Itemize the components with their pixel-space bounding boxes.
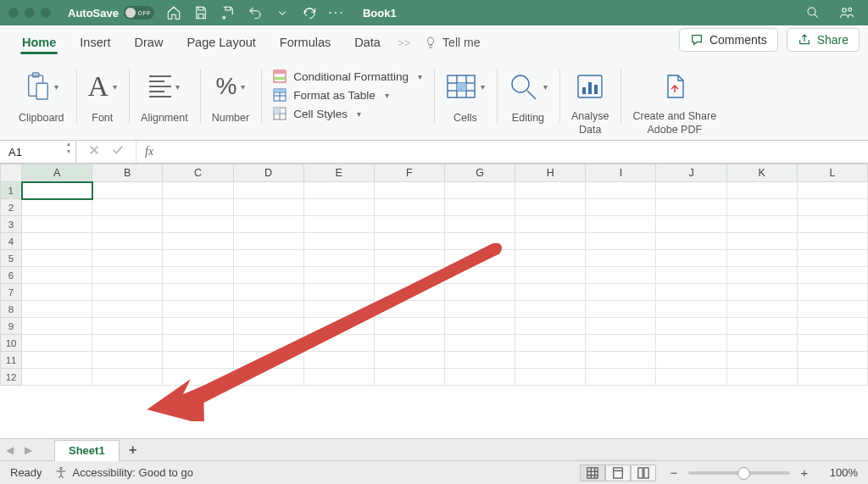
cell[interactable] — [303, 250, 374, 267]
cell[interactable] — [656, 352, 726, 369]
cell[interactable] — [233, 250, 303, 267]
tab-data[interactable]: Data — [342, 29, 392, 58]
cell[interactable] — [163, 352, 233, 369]
chevron-down-icon[interactable]: ▾ — [418, 72, 422, 81]
paste-button[interactable]: ▾ — [25, 66, 58, 107]
cell[interactable] — [586, 284, 656, 301]
cell[interactable] — [726, 369, 797, 386]
column-header[interactable]: F — [374, 164, 444, 182]
cell[interactable] — [303, 233, 374, 250]
column-header[interactable]: B — [92, 164, 163, 182]
close-window-icon[interactable] — [8, 8, 19, 18]
cell[interactable] — [515, 335, 586, 352]
zoom-in-button[interactable]: + — [798, 465, 810, 480]
cell[interactable] — [515, 233, 586, 250]
more-icon[interactable]: ··· — [329, 5, 344, 20]
name-box[interactable]: A1 ▴▾ — [0, 141, 76, 163]
add-sheet-button[interactable]: + — [120, 442, 147, 458]
search-icon[interactable] — [805, 5, 821, 20]
cell[interactable] — [22, 369, 92, 386]
comments-button[interactable]: Comments — [679, 28, 778, 52]
column-header[interactable]: H — [515, 164, 586, 182]
row-header[interactable]: 9 — [1, 318, 22, 335]
cell[interactable] — [586, 301, 656, 318]
cell[interactable] — [586, 318, 656, 335]
cell[interactable] — [797, 199, 867, 216]
cancel-formula-icon[interactable] — [88, 144, 100, 159]
cell[interactable] — [656, 318, 726, 335]
cell[interactable] — [233, 216, 303, 233]
cell[interactable] — [797, 267, 867, 284]
row-header[interactable]: 7 — [1, 284, 22, 301]
cell[interactable] — [726, 267, 797, 284]
cell[interactable] — [656, 284, 726, 301]
cell[interactable] — [303, 216, 374, 233]
cell[interactable] — [233, 352, 303, 369]
cell[interactable] — [22, 216, 92, 233]
cell[interactable] — [303, 199, 374, 216]
cell[interactable] — [374, 216, 444, 233]
row-header[interactable]: 3 — [1, 216, 22, 233]
cell[interactable] — [303, 284, 374, 301]
cell[interactable] — [444, 335, 515, 352]
cell-styles-button[interactable]: Cell Styles ▾ — [273, 107, 422, 120]
chevron-down-icon[interactable]: ▾ — [543, 82, 548, 92]
cell[interactable] — [374, 301, 444, 318]
cell[interactable] — [797, 352, 867, 369]
cell[interactable] — [586, 216, 656, 233]
sheet-nav-next[interactable]: ▶ — [19, 444, 37, 456]
zoom-control[interactable]: − + 100% — [668, 465, 858, 480]
column-header[interactable]: D — [233, 164, 303, 182]
cell[interactable] — [444, 233, 515, 250]
cell[interactable] — [233, 267, 303, 284]
cell[interactable] — [22, 182, 92, 199]
cell[interactable] — [303, 352, 374, 369]
cell[interactable] — [92, 301, 163, 318]
save-icon[interactable] — [193, 5, 209, 20]
cell[interactable] — [726, 318, 797, 335]
cell[interactable] — [656, 301, 726, 318]
row-header[interactable]: 5 — [1, 250, 22, 267]
cell[interactable] — [163, 182, 233, 199]
cell[interactable] — [444, 250, 515, 267]
more-tabs-icon[interactable]: >> — [392, 30, 415, 58]
cell[interactable] — [22, 301, 92, 318]
home-icon[interactable] — [166, 5, 181, 20]
page-layout-view-button[interactable] — [605, 465, 631, 481]
column-header[interactable]: I — [586, 164, 656, 182]
cell[interactable] — [22, 284, 92, 301]
cell[interactable] — [233, 335, 303, 352]
cell[interactable] — [515, 352, 586, 369]
chevron-down-icon[interactable]: ▾ — [175, 82, 180, 92]
cell[interactable] — [92, 199, 163, 216]
fullscreen-window-icon[interactable] — [41, 8, 51, 18]
cell[interactable] — [797, 284, 867, 301]
page-break-view-button[interactable] — [631, 465, 656, 481]
cell[interactable] — [515, 284, 586, 301]
number-button[interactable]: % ▾ — [215, 66, 245, 107]
cell[interactable] — [303, 318, 374, 335]
cell[interactable] — [515, 216, 586, 233]
cell[interactable] — [233, 318, 303, 335]
cell[interactable] — [374, 182, 444, 199]
cell[interactable] — [233, 182, 303, 199]
cell[interactable] — [163, 284, 233, 301]
cell[interactable] — [586, 233, 656, 250]
cell[interactable] — [797, 250, 867, 267]
cell[interactable] — [92, 284, 163, 301]
column-header[interactable]: C — [163, 164, 233, 182]
cell[interactable] — [303, 267, 374, 284]
cell[interactable] — [444, 301, 515, 318]
undo-dropdown-icon[interactable] — [275, 5, 290, 20]
zoom-out-button[interactable]: − — [668, 465, 680, 480]
cell[interactable] — [163, 250, 233, 267]
chevron-down-icon[interactable]: ▾ — [113, 82, 117, 92]
select-all-corner[interactable] — [1, 164, 22, 182]
cell[interactable] — [726, 352, 797, 369]
cell[interactable] — [444, 369, 515, 386]
column-header[interactable]: G — [444, 164, 515, 182]
cell[interactable] — [22, 318, 92, 335]
cell[interactable] — [586, 182, 656, 199]
spreadsheet-grid[interactable]: ABCDEFGHIJKL 123456789101112 — [0, 164, 868, 438]
cell[interactable] — [444, 318, 515, 335]
